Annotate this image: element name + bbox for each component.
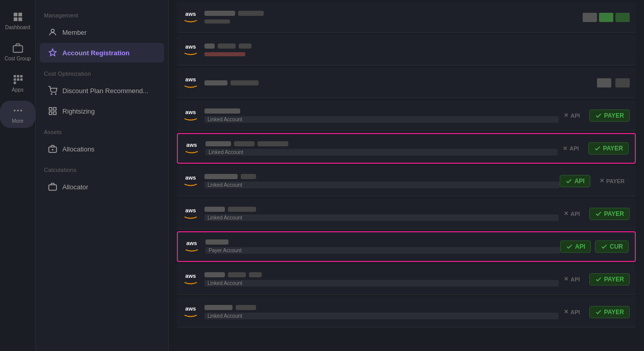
member-label: Member — [62, 29, 87, 36]
allocations-label: Allocations — [62, 145, 95, 153]
account-info: Linked Account — [205, 141, 558, 156]
account-registration-icon — [48, 48, 57, 57]
nav-item-allocations[interactable]: Allocations — [40, 139, 164, 159]
name-blur-2 — [236, 305, 256, 310]
x-api-button[interactable]: ✕ API — [559, 208, 585, 219]
apps-label: Apps — [12, 87, 24, 93]
nav-item-discount-plan[interactable]: Discount Plan Recommend... — [40, 81, 164, 100]
x-icon: ✕ — [564, 112, 568, 119]
nav-item-rightsizing[interactable]: Rightsizing — [40, 101, 164, 121]
account-name-bars — [204, 11, 583, 16]
name-blur-2 — [241, 174, 256, 179]
check-cur-button[interactable]: CUR — [595, 240, 629, 253]
svg-rect-9 — [17, 78, 19, 81]
check-payer-button[interactable]: PAYER — [589, 273, 630, 286]
account-name-bars — [205, 141, 558, 146]
name-blur-2 — [238, 11, 264, 16]
account-actions — [597, 78, 630, 87]
x-api-button[interactable]: ✕ API — [559, 274, 585, 284]
svg-rect-4 — [13, 46, 22, 52]
svg-rect-20 — [49, 112, 52, 115]
table-row: aws Linked Account API ✕ PAYER — [177, 166, 636, 196]
nav-panel: Management Member Account Registration C… — [36, 0, 169, 351]
x-api-button[interactable]: ✕ API — [558, 143, 584, 154]
aws-logo: aws — [183, 109, 198, 122]
account-type-badge: Linked Account — [205, 149, 558, 156]
discount-plan-label: Discount Plan Recommend... — [62, 87, 148, 95]
nav-item-allocator[interactable]: Allocator — [40, 177, 164, 196]
payer-label: PAYER — [604, 276, 624, 283]
nav-item-account-registration[interactable]: Account Registration — [40, 43, 164, 62]
account-type-badge: Linked Account — [204, 280, 559, 287]
table-row: aws — [177, 68, 636, 98]
name-blur-1 — [204, 43, 215, 49]
account-info: Linked Account — [204, 174, 560, 188]
svg-point-15 — [51, 29, 54, 32]
account-actions: ✕ API PAYER — [559, 109, 630, 122]
account-type-badge: Linked Account — [204, 214, 559, 221]
payer-label: PAYER — [604, 210, 624, 217]
sub-blur-red — [204, 52, 245, 56]
check-icon — [594, 145, 601, 152]
aws-smile-icon — [183, 312, 198, 319]
x-icon: ✕ — [600, 178, 604, 184]
account-name-bars — [204, 80, 597, 85]
check-payer-button[interactable]: PAYER — [588, 142, 629, 155]
sidebar-item-more[interactable]: More — [0, 101, 35, 128]
name-blur-1 — [204, 207, 225, 212]
check-payer-button[interactable]: PAYER — [589, 208, 630, 220]
check-icon — [595, 309, 602, 316]
check-payer-button[interactable]: PAYER — [589, 306, 630, 318]
cur-label: CUR — [610, 243, 623, 250]
check-payer-button[interactable]: PAYER — [589, 109, 630, 122]
aws-text: aws — [187, 240, 197, 246]
account-actions: API CUR — [560, 240, 629, 253]
management-section-label: Management — [36, 5, 168, 21]
account-name-bars — [204, 272, 559, 277]
account-name-bars — [204, 43, 630, 49]
x-api-button[interactable]: ✕ API — [559, 110, 585, 121]
sidebar-item-apps[interactable]: Apps — [0, 68, 35, 99]
svg-point-14 — [20, 109, 22, 112]
x-api-button[interactable]: ✕ API — [559, 306, 585, 317]
color-block-green — [599, 13, 613, 22]
svg-rect-2 — [13, 17, 17, 21]
sidebar-item-cost-group[interactable]: Cost Group — [0, 36, 35, 68]
name-blur-3 — [258, 141, 288, 146]
aws-smile-icon — [183, 181, 198, 188]
x-icon: ✕ — [564, 210, 568, 217]
name-blur-2 — [231, 80, 259, 85]
check-icon — [595, 210, 602, 217]
svg-rect-6 — [17, 75, 19, 78]
aws-logo: aws — [183, 305, 198, 319]
aws-logo: aws — [183, 43, 198, 57]
aws-logo: aws — [184, 240, 199, 253]
aws-smile-icon — [183, 279, 198, 286]
svg-rect-7 — [20, 75, 22, 78]
sidebar-item-dashboard[interactable]: Dashboard — [0, 5, 35, 36]
table-row: aws Linked Account ✕ API PAYER — [177, 264, 636, 295]
check-api-button[interactable]: API — [560, 240, 591, 253]
x-payer-button[interactable]: ✕ PAYER — [594, 175, 630, 186]
svg-rect-25 — [49, 185, 57, 190]
aws-text: aws — [186, 174, 196, 181]
svg-rect-3 — [18, 17, 21, 21]
svg-rect-10 — [20, 78, 22, 81]
check-icon — [595, 112, 602, 119]
payer-label: PAYER — [606, 178, 625, 184]
nav-item-member[interactable]: Member — [40, 23, 164, 42]
name-blur-2 — [228, 272, 246, 277]
account-name-bars — [204, 305, 559, 310]
allocations-icon — [48, 144, 57, 153]
account-info: Linked Account — [204, 272, 559, 287]
aws-smile-icon — [183, 82, 198, 90]
account-info: Linked Account — [204, 108, 559, 123]
api-label: API — [570, 113, 580, 119]
check-api-button[interactable]: API — [560, 175, 590, 187]
aws-smile-icon — [183, 17, 198, 24]
account-actions: API ✕ PAYER — [560, 175, 630, 187]
more-icon — [12, 105, 24, 116]
more-label: More — [12, 118, 24, 124]
cost-opt-section-label: Cost Optimization — [36, 63, 168, 80]
aws-smile-icon — [184, 246, 199, 253]
